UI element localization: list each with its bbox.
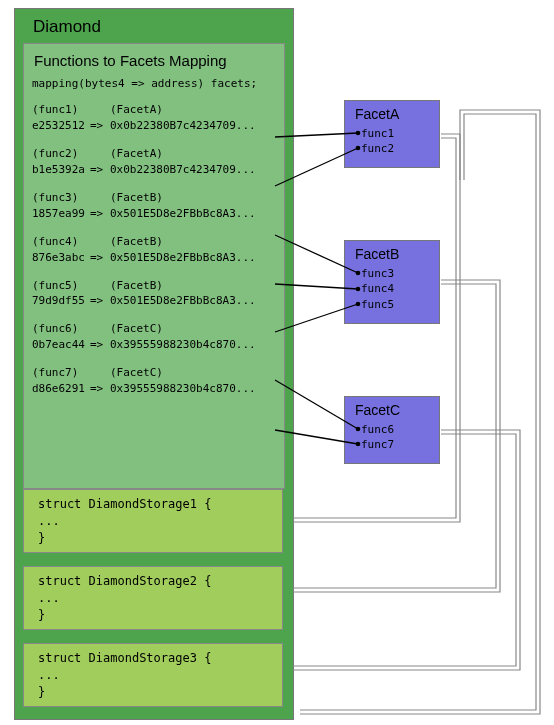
map-entry: (func4) (FacetB) 876e3abc => 0x501E5D8e2…	[32, 234, 284, 266]
mapping-declaration: mapping(bytes4 => address) facets;	[32, 77, 284, 90]
map-arrow: =>	[90, 337, 110, 353]
map-address: 0x501E5D8e2FBbBc8A3...	[110, 250, 256, 266]
facet-b-title: FacetB	[355, 246, 439, 262]
map-entry: (func5) (FacetB) 79d9df55 => 0x501E5D8e2…	[32, 278, 284, 310]
map-entry: (func1) (FacetA) e2532512 => 0x0b22380B7…	[32, 102, 284, 134]
map-func-label: (func6)	[32, 321, 110, 337]
map-arrow: =>	[90, 293, 110, 309]
struct-box: struct DiamondStorage3 { ... }	[23, 643, 283, 707]
map-func-label: (func5)	[32, 278, 110, 294]
facet-a-func: func2	[361, 141, 439, 156]
map-facet-label: (FacetB)	[110, 278, 163, 294]
map-entry: (func6) (FacetC) 0b7eac44 => 0x395559882…	[32, 321, 284, 353]
struct-box: struct DiamondStorage2 { ... }	[23, 566, 283, 630]
facet-b-func: func3	[361, 266, 439, 281]
mapping-panel: Functions to Facets Mapping mapping(byte…	[23, 43, 285, 489]
map-address: 0x39555988230b4c870...	[110, 337, 256, 353]
struct-line: struct DiamondStorage1 {	[38, 496, 282, 513]
map-address: 0x501E5D8e2FBbBc8A3...	[110, 206, 256, 222]
diamond-container: Diamond Functions to Facets Mapping mapp…	[14, 8, 294, 720]
map-selector: 1857ea99	[32, 206, 90, 222]
map-facet-label: (FacetA)	[110, 146, 163, 162]
struct-line: ...	[38, 667, 282, 684]
map-func-label: (func1)	[32, 102, 110, 118]
map-facet-label: (FacetA)	[110, 102, 163, 118]
mapping-panel-title: Functions to Facets Mapping	[34, 52, 284, 69]
facet-c-title: FacetC	[355, 402, 439, 418]
map-func-label: (func3)	[32, 190, 110, 206]
facet-b-func: func5	[361, 297, 439, 312]
map-selector: 876e3abc	[32, 250, 90, 266]
map-selector: 0b7eac44	[32, 337, 90, 353]
map-address: 0x0b22380B7c4234709...	[110, 118, 256, 134]
map-address: 0x39555988230b4c870...	[110, 381, 256, 397]
struct-line: }	[38, 530, 282, 547]
struct-line: }	[38, 607, 282, 624]
map-selector: d86e6291	[32, 381, 90, 397]
facet-b-func: func4	[361, 281, 439, 296]
struct-line: ...	[38, 590, 282, 607]
map-func-label: (func2)	[32, 146, 110, 162]
facet-c-box: FacetC func6 func7	[344, 396, 440, 464]
struct-line: struct DiamondStorage2 {	[38, 573, 282, 590]
map-entry: (func3) (FacetB) 1857ea99 => 0x501E5D8e2…	[32, 190, 284, 222]
map-facet-label: (FacetB)	[110, 190, 163, 206]
facet-b-box: FacetB func3 func4 func5	[344, 240, 440, 324]
map-arrow: =>	[90, 206, 110, 222]
map-facet-label: (FacetB)	[110, 234, 163, 250]
facet-c-func: func7	[361, 437, 439, 452]
map-facet-label: (FacetC)	[110, 321, 163, 337]
map-entry: (func7) (FacetC) d86e6291 => 0x395559882…	[32, 365, 284, 397]
facet-c-func: func6	[361, 422, 439, 437]
struct-box: struct DiamondStorage1 { ... }	[23, 489, 283, 553]
map-address: 0x0b22380B7c4234709...	[110, 162, 256, 178]
facet-a-func: func1	[361, 126, 439, 141]
map-selector: 79d9df55	[32, 293, 90, 309]
map-selector: e2532512	[32, 118, 90, 134]
diamond-title: Diamond	[33, 17, 101, 37]
map-entry: (func2) (FacetA) b1e5392a => 0x0b22380B7…	[32, 146, 284, 178]
map-func-label: (func7)	[32, 365, 110, 381]
map-func-label: (func4)	[32, 234, 110, 250]
struct-line: struct DiamondStorage3 {	[38, 650, 282, 667]
map-address: 0x501E5D8e2FBbBc8A3...	[110, 293, 256, 309]
map-arrow: =>	[90, 118, 110, 134]
map-facet-label: (FacetC)	[110, 365, 163, 381]
map-arrow: =>	[90, 162, 110, 178]
map-arrow: =>	[90, 250, 110, 266]
facet-a-title: FacetA	[355, 106, 439, 122]
struct-line: }	[38, 684, 282, 701]
struct-line: ...	[38, 513, 282, 530]
map-selector: b1e5392a	[32, 162, 90, 178]
map-arrow: =>	[90, 381, 110, 397]
facet-a-box: FacetA func1 func2	[344, 100, 440, 168]
